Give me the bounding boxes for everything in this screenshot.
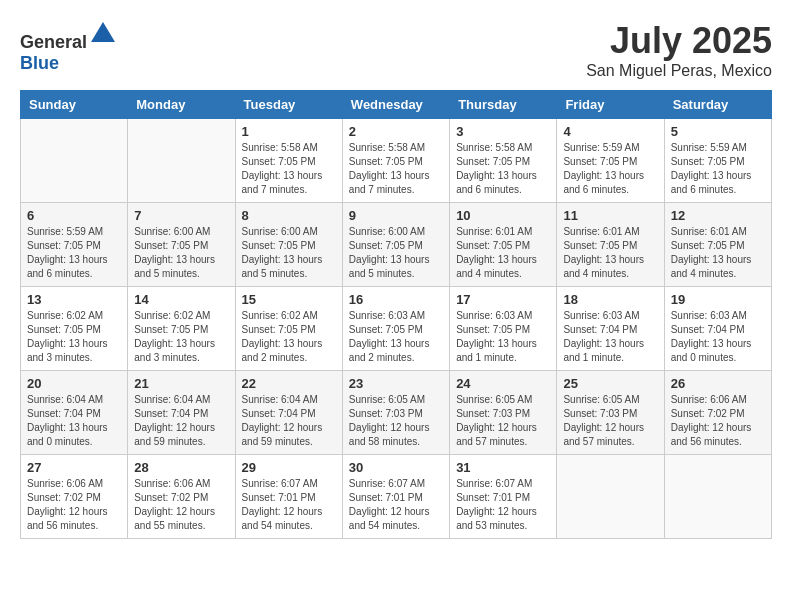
day-number: 3 xyxy=(456,124,550,139)
calendar-cell: 26Sunrise: 6:06 AM Sunset: 7:02 PM Dayli… xyxy=(664,371,771,455)
calendar-cell: 12Sunrise: 6:01 AM Sunset: 7:05 PM Dayli… xyxy=(664,203,771,287)
day-info: Sunrise: 6:05 AM Sunset: 7:03 PM Dayligh… xyxy=(349,393,443,449)
day-number: 26 xyxy=(671,376,765,391)
day-number: 16 xyxy=(349,292,443,307)
calendar-cell: 3Sunrise: 5:58 AM Sunset: 7:05 PM Daylig… xyxy=(450,119,557,203)
calendar-cell: 1Sunrise: 5:58 AM Sunset: 7:05 PM Daylig… xyxy=(235,119,342,203)
day-number: 14 xyxy=(134,292,228,307)
calendar-cell: 22Sunrise: 6:04 AM Sunset: 7:04 PM Dayli… xyxy=(235,371,342,455)
weekday-header: Thursday xyxy=(450,91,557,119)
day-number: 9 xyxy=(349,208,443,223)
calendar-cell: 9Sunrise: 6:00 AM Sunset: 7:05 PM Daylig… xyxy=(342,203,449,287)
location-title: San Miguel Peras, Mexico xyxy=(586,62,772,80)
day-number: 30 xyxy=(349,460,443,475)
calendar-cell: 15Sunrise: 6:02 AM Sunset: 7:05 PM Dayli… xyxy=(235,287,342,371)
day-info: Sunrise: 6:03 AM Sunset: 7:05 PM Dayligh… xyxy=(349,309,443,365)
day-info: Sunrise: 6:03 AM Sunset: 7:05 PM Dayligh… xyxy=(456,309,550,365)
calendar-week-row: 6Sunrise: 5:59 AM Sunset: 7:05 PM Daylig… xyxy=(21,203,772,287)
day-info: Sunrise: 5:58 AM Sunset: 7:05 PM Dayligh… xyxy=(242,141,336,197)
day-number: 27 xyxy=(27,460,121,475)
day-number: 24 xyxy=(456,376,550,391)
day-number: 6 xyxy=(27,208,121,223)
title-block: July 2025 San Miguel Peras, Mexico xyxy=(586,20,772,80)
day-info: Sunrise: 5:59 AM Sunset: 7:05 PM Dayligh… xyxy=(27,225,121,281)
calendar-week-row: 1Sunrise: 5:58 AM Sunset: 7:05 PM Daylig… xyxy=(21,119,772,203)
day-number: 28 xyxy=(134,460,228,475)
day-info: Sunrise: 6:03 AM Sunset: 7:04 PM Dayligh… xyxy=(563,309,657,365)
day-number: 25 xyxy=(563,376,657,391)
day-info: Sunrise: 6:00 AM Sunset: 7:05 PM Dayligh… xyxy=(349,225,443,281)
logo-blue: Blue xyxy=(20,53,59,73)
calendar-week-row: 20Sunrise: 6:04 AM Sunset: 7:04 PM Dayli… xyxy=(21,371,772,455)
calendar-cell: 23Sunrise: 6:05 AM Sunset: 7:03 PM Dayli… xyxy=(342,371,449,455)
day-info: Sunrise: 6:01 AM Sunset: 7:05 PM Dayligh… xyxy=(456,225,550,281)
calendar-cell: 28Sunrise: 6:06 AM Sunset: 7:02 PM Dayli… xyxy=(128,455,235,539)
day-number: 13 xyxy=(27,292,121,307)
calendar-cell: 25Sunrise: 6:05 AM Sunset: 7:03 PM Dayli… xyxy=(557,371,664,455)
calendar-cell: 7Sunrise: 6:00 AM Sunset: 7:05 PM Daylig… xyxy=(128,203,235,287)
day-number: 11 xyxy=(563,208,657,223)
calendar-cell: 10Sunrise: 6:01 AM Sunset: 7:05 PM Dayli… xyxy=(450,203,557,287)
calendar-cell xyxy=(664,455,771,539)
weekday-header: Friday xyxy=(557,91,664,119)
day-number: 19 xyxy=(671,292,765,307)
calendar-cell: 14Sunrise: 6:02 AM Sunset: 7:05 PM Dayli… xyxy=(128,287,235,371)
weekday-header: Wednesday xyxy=(342,91,449,119)
calendar-cell: 16Sunrise: 6:03 AM Sunset: 7:05 PM Dayli… xyxy=(342,287,449,371)
day-info: Sunrise: 6:01 AM Sunset: 7:05 PM Dayligh… xyxy=(563,225,657,281)
day-number: 31 xyxy=(456,460,550,475)
weekday-header-row: SundayMondayTuesdayWednesdayThursdayFrid… xyxy=(21,91,772,119)
day-number: 8 xyxy=(242,208,336,223)
day-number: 18 xyxy=(563,292,657,307)
calendar-cell: 24Sunrise: 6:05 AM Sunset: 7:03 PM Dayli… xyxy=(450,371,557,455)
day-info: Sunrise: 5:59 AM Sunset: 7:05 PM Dayligh… xyxy=(563,141,657,197)
day-info: Sunrise: 6:07 AM Sunset: 7:01 PM Dayligh… xyxy=(456,477,550,533)
calendar-cell: 30Sunrise: 6:07 AM Sunset: 7:01 PM Dayli… xyxy=(342,455,449,539)
month-title: July 2025 xyxy=(586,20,772,62)
svg-marker-0 xyxy=(91,22,115,42)
weekday-header: Tuesday xyxy=(235,91,342,119)
calendar-cell: 17Sunrise: 6:03 AM Sunset: 7:05 PM Dayli… xyxy=(450,287,557,371)
page-header: General Blue July 2025 San Miguel Peras,… xyxy=(20,20,772,80)
day-info: Sunrise: 6:06 AM Sunset: 7:02 PM Dayligh… xyxy=(27,477,121,533)
calendar-cell: 29Sunrise: 6:07 AM Sunset: 7:01 PM Dayli… xyxy=(235,455,342,539)
calendar-week-row: 13Sunrise: 6:02 AM Sunset: 7:05 PM Dayli… xyxy=(21,287,772,371)
day-info: Sunrise: 6:00 AM Sunset: 7:05 PM Dayligh… xyxy=(134,225,228,281)
calendar-cell: 11Sunrise: 6:01 AM Sunset: 7:05 PM Dayli… xyxy=(557,203,664,287)
day-info: Sunrise: 6:02 AM Sunset: 7:05 PM Dayligh… xyxy=(27,309,121,365)
day-info: Sunrise: 5:58 AM Sunset: 7:05 PM Dayligh… xyxy=(456,141,550,197)
logo-icon xyxy=(89,20,117,48)
day-number: 29 xyxy=(242,460,336,475)
day-info: Sunrise: 6:02 AM Sunset: 7:05 PM Dayligh… xyxy=(134,309,228,365)
day-number: 21 xyxy=(134,376,228,391)
calendar-cell: 27Sunrise: 6:06 AM Sunset: 7:02 PM Dayli… xyxy=(21,455,128,539)
day-number: 15 xyxy=(242,292,336,307)
weekday-header: Saturday xyxy=(664,91,771,119)
calendar-cell: 13Sunrise: 6:02 AM Sunset: 7:05 PM Dayli… xyxy=(21,287,128,371)
calendar-cell: 18Sunrise: 6:03 AM Sunset: 7:04 PM Dayli… xyxy=(557,287,664,371)
day-info: Sunrise: 6:04 AM Sunset: 7:04 PM Dayligh… xyxy=(134,393,228,449)
day-number: 10 xyxy=(456,208,550,223)
day-number: 1 xyxy=(242,124,336,139)
calendar-cell: 20Sunrise: 6:04 AM Sunset: 7:04 PM Dayli… xyxy=(21,371,128,455)
day-info: Sunrise: 6:06 AM Sunset: 7:02 PM Dayligh… xyxy=(671,393,765,449)
calendar-cell: 19Sunrise: 6:03 AM Sunset: 7:04 PM Dayli… xyxy=(664,287,771,371)
calendar-table: SundayMondayTuesdayWednesdayThursdayFrid… xyxy=(20,90,772,539)
day-info: Sunrise: 6:06 AM Sunset: 7:02 PM Dayligh… xyxy=(134,477,228,533)
day-info: Sunrise: 6:00 AM Sunset: 7:05 PM Dayligh… xyxy=(242,225,336,281)
calendar-week-row: 27Sunrise: 6:06 AM Sunset: 7:02 PM Dayli… xyxy=(21,455,772,539)
day-info: Sunrise: 6:04 AM Sunset: 7:04 PM Dayligh… xyxy=(242,393,336,449)
day-number: 22 xyxy=(242,376,336,391)
day-number: 2 xyxy=(349,124,443,139)
day-number: 17 xyxy=(456,292,550,307)
day-number: 12 xyxy=(671,208,765,223)
calendar-cell: 5Sunrise: 5:59 AM Sunset: 7:05 PM Daylig… xyxy=(664,119,771,203)
calendar-cell xyxy=(128,119,235,203)
logo-general: General xyxy=(20,32,87,52)
day-number: 7 xyxy=(134,208,228,223)
weekday-header: Sunday xyxy=(21,91,128,119)
calendar-cell xyxy=(557,455,664,539)
day-number: 4 xyxy=(563,124,657,139)
day-info: Sunrise: 6:07 AM Sunset: 7:01 PM Dayligh… xyxy=(349,477,443,533)
calendar-cell: 6Sunrise: 5:59 AM Sunset: 7:05 PM Daylig… xyxy=(21,203,128,287)
